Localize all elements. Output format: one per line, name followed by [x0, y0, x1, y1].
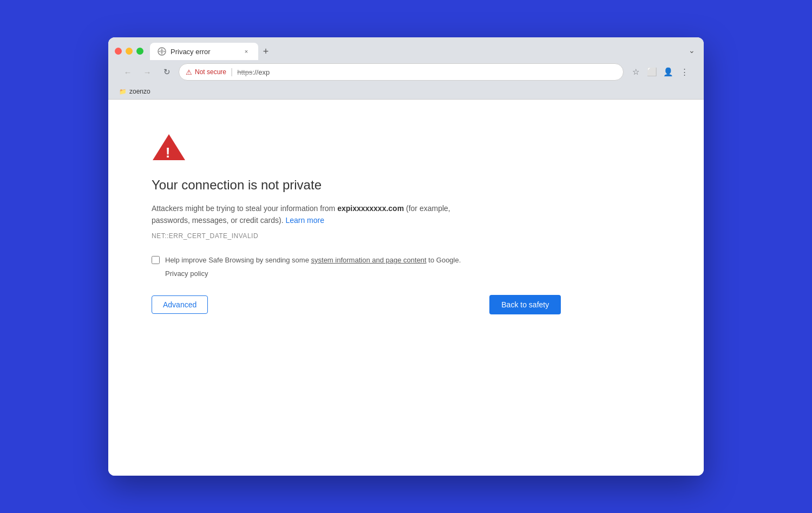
buttons-row: Advanced Back to safety: [152, 295, 561, 314]
forward-button[interactable]: →: [140, 64, 155, 80]
reload-button[interactable]: ↻: [159, 64, 174, 80]
address-divider: |: [231, 67, 233, 77]
tab-dropdown-button[interactable]: ⌄: [686, 44, 697, 57]
safe-browsing-text: Help improve Safe Browsing by sending so…: [165, 255, 461, 266]
advanced-button[interactable]: Advanced: [152, 295, 208, 314]
safe-browsing-suffix: to Google.: [427, 256, 461, 264]
back-button[interactable]: ←: [120, 64, 135, 80]
error-heading: Your connection is not private: [152, 177, 322, 193]
chrome-topbar: Privacy error × + ⌄ ← → ↻ ⚠ Not secure |…: [108, 37, 704, 85]
bookmark-item-zoenzo[interactable]: 📁 zoenzo: [116, 87, 154, 96]
privacy-policy-link[interactable]: Privacy policy: [165, 269, 208, 278]
error-triangle-icon: !: [152, 132, 186, 162]
description-prefix: Attackers might be trying to steal your …: [152, 204, 337, 213]
url-rest: ://exp: [252, 68, 270, 76]
safe-browsing-link[interactable]: system information and page content: [311, 256, 427, 264]
browser-window: Privacy error × + ⌄ ← → ↻ ⚠ Not secure |…: [108, 37, 704, 476]
tab-title: Privacy error: [171, 48, 238, 56]
safe-browsing-checkbox[interactable]: [152, 256, 160, 264]
url-prefix: https: [237, 68, 252, 76]
page-content: ! Your connection is not private Attacke…: [108, 100, 704, 476]
tab-favicon-icon: [158, 47, 166, 56]
not-secure-label: Not secure: [195, 68, 226, 76]
minimize-window-button[interactable]: [126, 48, 133, 55]
error-description: Attackers might be trying to steal your …: [152, 202, 455, 227]
error-code: NET::ERR_CERT_DATE_INVALID: [152, 232, 258, 240]
new-tab-button[interactable]: +: [258, 44, 273, 59]
active-tab[interactable]: Privacy error ×: [150, 43, 258, 60]
menu-button[interactable]: ⋮: [677, 64, 692, 80]
warning-icon: ⚠: [186, 68, 192, 76]
bookmark-label: zoenzo: [129, 88, 150, 95]
bookmark-folder-icon: 📁: [119, 88, 127, 95]
safe-browsing-row: Help improve Safe Browsing by sending so…: [152, 255, 461, 266]
chrome-tabs-row: Privacy error × + ⌄: [115, 43, 697, 60]
back-to-safety-button[interactable]: Back to safety: [489, 295, 561, 314]
toolbar-icons: ☆ ⬜ 👤 ⋮: [628, 64, 692, 80]
chrome-addressbar-row: ← → ↻ ⚠ Not secure | https://exp ☆ ⬜ 👤 ⋮: [115, 60, 697, 85]
tab-close-button[interactable]: ×: [242, 47, 251, 56]
address-url: https://exp: [237, 68, 617, 76]
svg-text:!: !: [166, 144, 171, 161]
error-icon-wrapper: !: [152, 132, 186, 165]
window-controls: [115, 48, 143, 60]
maximize-window-button[interactable]: [136, 48, 143, 55]
learn-more-link[interactable]: Learn more: [285, 216, 324, 225]
sidebar-button[interactable]: ⬜: [644, 64, 659, 80]
profile-button[interactable]: 👤: [660, 64, 676, 80]
address-bar[interactable]: ⚠ Not secure | https://exp: [179, 63, 624, 81]
bookmark-star-button[interactable]: ☆: [628, 64, 643, 80]
bookmarks-bar: 📁 zoenzo: [108, 85, 704, 100]
not-secure-indicator: ⚠ Not secure: [186, 68, 226, 76]
error-domain: expixxxxxxxx.com: [337, 204, 404, 213]
close-window-button[interactable]: [115, 48, 122, 55]
tab-right-area: ⌄: [273, 44, 697, 60]
safe-browsing-prefix: Help improve Safe Browsing by sending so…: [165, 256, 311, 264]
